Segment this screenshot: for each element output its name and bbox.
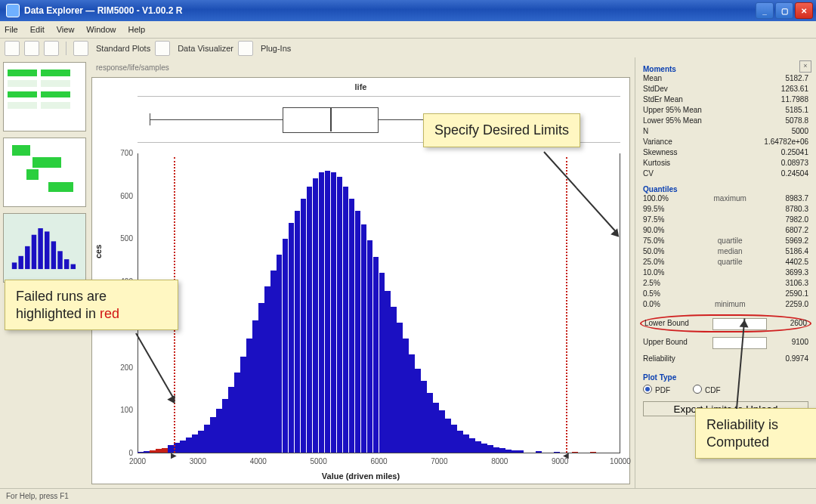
histogram-bar: [463, 434, 469, 453]
menu-view[interactable]: View: [57, 25, 75, 34]
quantiles-row: 100.0%maximum8983.7: [643, 193, 808, 204]
histogram-bar: [481, 444, 487, 453]
histogram-bar: [391, 307, 397, 453]
close-button[interactable]: ✕: [795, 2, 813, 19]
histogram-bar: [264, 286, 270, 453]
histogram-bar: [572, 452, 578, 453]
thumbnail-sensitivity[interactable]: [3, 138, 86, 207]
histogram-bar: [415, 369, 421, 453]
histogram-bar: [240, 357, 246, 453]
left-panel: [0, 57, 89, 489]
histogram-bar: [204, 425, 210, 453]
chart-icon[interactable]: [73, 41, 88, 56]
callout-reliability-arrowhead: [740, 319, 750, 327]
histogram-bar: [367, 240, 373, 453]
quantiles-row: 75.0%quartile5969.2: [643, 236, 808, 246]
y-tick: 500: [103, 234, 133, 243]
histogram-bar: [505, 450, 512, 453]
title-bar: Data Explorer — RIM5000 - V1.00.2 R _ ▢ …: [0, 0, 816, 21]
histogram-bar: [451, 425, 457, 453]
histogram-bar: [457, 431, 463, 453]
thumbnail-histogram[interactable]: [3, 213, 86, 283]
thumbnail-table[interactable]: [3, 62, 86, 131]
histogram-bar: [361, 224, 367, 453]
upper-bound-value: 9100: [792, 337, 808, 348]
histogram-bar: [138, 452, 144, 453]
histogram-bar: [307, 187, 313, 453]
histogram-bar: [270, 271, 277, 453]
maximize-button[interactable]: ▢: [775, 2, 793, 19]
x-tick: 8000: [484, 457, 515, 465]
x-axis: [138, 453, 620, 453]
histogram-bar: [258, 303, 264, 453]
lower-bound-label: Lower Bound: [644, 318, 689, 329]
svg-rect-4: [38, 228, 42, 269]
x-tick: 2000: [122, 457, 153, 465]
histogram-bar: [277, 255, 283, 453]
histogram-bar: [421, 381, 427, 453]
histogram-bar: [379, 273, 385, 453]
histogram-bar: [385, 291, 391, 453]
menu-window[interactable]: Window: [86, 25, 116, 34]
svg-rect-9: [71, 264, 76, 269]
menu-file[interactable]: File: [5, 25, 18, 34]
status-bar: For Help, press F1: [0, 488, 816, 504]
histogram-bar: [180, 441, 186, 453]
plot-type-title: Plot Type: [643, 373, 808, 382]
histogram-bar: [150, 450, 156, 453]
histogram-bar: [210, 417, 216, 453]
histogram-bar: [355, 211, 361, 453]
panel-close-icon[interactable]: ×: [799, 60, 811, 73]
x-tick: 3000: [183, 457, 213, 465]
toolbar: Standard Plots Data Visualizer Plug-Ins: [0, 39, 816, 59]
histogram-bar: [228, 387, 234, 453]
app-icon: [6, 4, 20, 17]
upper-bound-input[interactable]: [712, 337, 767, 349]
histogram-bar: [403, 339, 409, 453]
histogram-bar: [499, 448, 505, 453]
quantiles-title: Quantiles: [643, 185, 808, 193]
histogram-bar: [234, 373, 240, 453]
save-icon[interactable]: [24, 41, 39, 56]
standard-plots-button[interactable]: Standard Plots: [96, 44, 150, 53]
svg-rect-8: [64, 259, 69, 269]
y-tick: 200: [103, 363, 133, 372]
back-icon[interactable]: [5, 41, 20, 56]
histogram-bar: [156, 449, 162, 453]
upper-limit-line: [566, 157, 567, 453]
plugin-icon[interactable]: [238, 41, 253, 56]
moments-row: Lower 95% Mean5078.8: [643, 116, 808, 126]
histogram-bar: [216, 409, 222, 453]
grid-icon[interactable]: [155, 41, 170, 56]
boxplot-title: life: [92, 82, 629, 91]
histogram-bar: [397, 323, 403, 453]
menu-help[interactable]: Help: [128, 25, 145, 34]
radio-pdf[interactable]: PDF: [643, 385, 670, 395]
y-axis-title: ces: [94, 244, 103, 258]
histogram-bar: [325, 171, 331, 453]
quantiles-row: 50.0%median5186.4: [643, 246, 808, 257]
svg-rect-6: [51, 241, 56, 269]
histogram-bar: [283, 239, 289, 453]
svg-rect-2: [25, 246, 29, 269]
radio-cdf[interactable]: CDF: [693, 385, 721, 395]
quantiles-row: 97.5%7982.0: [643, 215, 808, 225]
histogram-bar: [313, 178, 319, 453]
histogram-bar: [198, 431, 204, 453]
svg-rect-1: [18, 256, 23, 269]
menu-edit[interactable]: Edit: [30, 25, 45, 34]
minimize-button[interactable]: _: [756, 2, 774, 19]
histogram-bar: [487, 445, 493, 453]
histogram-bar: [295, 211, 301, 453]
lower-bound-value: 2600: [790, 318, 807, 329]
histogram-bar: [475, 441, 481, 453]
quantiles-row: 2.5%3106.3: [643, 278, 808, 289]
histogram-bar: [186, 438, 192, 453]
plugins-button[interactable]: Plug-Ins: [261, 44, 291, 53]
reload-icon[interactable]: [44, 41, 59, 56]
histogram-bar: [301, 199, 307, 453]
quantiles-row: 99.5%8780.3: [643, 204, 808, 215]
histogram-bar: [349, 199, 355, 453]
data-visualizer-button[interactable]: Data Visualizer: [178, 44, 233, 53]
moments-row: Variance1.64782e+06: [643, 137, 808, 147]
